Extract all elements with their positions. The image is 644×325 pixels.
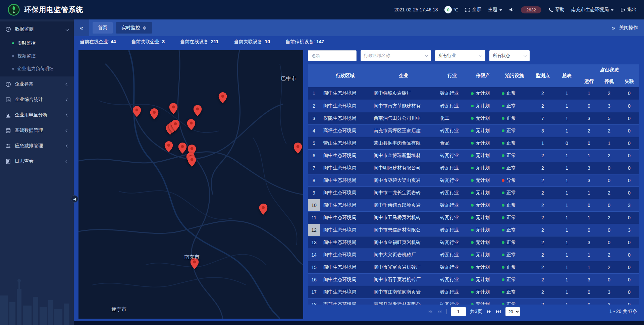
sliders-icon [5, 143, 11, 149]
map-pin[interactable] [187, 119, 195, 130]
table-row[interactable]: 10阆中生态环境局阆中千佛镇五郎垭页岩砖瓦行业无计划正常21003 [308, 199, 639, 211]
sidebar-item[interactable]: 视频监控 [0, 50, 74, 62]
map-pin[interactable] [219, 92, 227, 103]
column-header-meter: 总表 [555, 64, 579, 87]
status-dot [502, 142, 504, 145]
table-row[interactable]: 16阆中生态环境局阆中市石子页岩机砖厂砖瓦行业无计划正常21300 [308, 273, 639, 286]
sidebar-item[interactable]: 实时监控 [0, 37, 74, 50]
table-row[interactable]: 6阆中生态环境局阆中市金博瑞新型墙材砖瓦行业无计划正常21120 [308, 149, 639, 162]
map[interactable]: 巴中市南充市遂宁市 [78, 50, 303, 319]
page-number-input[interactable] [451, 307, 466, 316]
status-filter-select[interactable]: 所有状态 [489, 50, 530, 61]
close-operations-button[interactable]: 关闭操作 [619, 25, 638, 31]
column-header-company: 企业 [370, 64, 437, 87]
sidebar-group[interactable]: 数据监测 [0, 21, 74, 37]
status-dot [471, 229, 474, 231]
stat-item: 当前在线设备:211 [180, 39, 218, 45]
table-row[interactable]: 13阆中生态环境局阆中市金福旺页岩机砖砖瓦行业无计划正常21300 [308, 236, 639, 249]
table-row[interactable]: 15阆中生态环境局阆中市光富页岩机砖厂砖瓦行业无计划正常21120 [308, 261, 639, 273]
table-row[interactable]: 11阆中生态环境局阆中市五马桥页岩机砖砖瓦行业无计划正常21120 [308, 211, 639, 224]
status-dot [502, 266, 504, 269]
table-row[interactable]: 17阆中生态环境局阆中市江南镇阆南页岩砖瓦行业无计划正常21030 [308, 286, 639, 298]
fullscreen-button[interactable]: 全屏 [465, 7, 481, 13]
first-page-button[interactable] [427, 310, 433, 314]
map-pin[interactable] [171, 120, 179, 131]
column-header-monitor: 监测点 [531, 64, 555, 87]
org-dropdown[interactable]: 南充市生态环境局 [571, 7, 613, 13]
tab[interactable]: 首页 [93, 22, 113, 34]
map-pin[interactable] [293, 143, 302, 154]
sidebar-group[interactable]: 企业用电量分析 [0, 107, 74, 123]
table-row[interactable]: 3仪陇生态环境局西南油气田分公司川中化工无计划正常71350 [308, 112, 639, 124]
map-pin[interactable] [165, 141, 173, 152]
page-size-select[interactable]: 20 [505, 307, 520, 316]
tabs-scroll-right-button[interactable]: » [611, 24, 615, 32]
map-pin[interactable] [194, 105, 202, 116]
column-header-region: 行政区域 [320, 64, 370, 87]
table-row[interactable]: 7阆中生态环境局阆中明阳建材有限公司砖瓦行业无计划正常21300 [308, 162, 639, 174]
table-row[interactable]: 18南部生态环境局南部县兴发建材有限公砖瓦行业无计划正常21030 [308, 298, 639, 305]
map-city-label: 南充市 [184, 254, 200, 260]
table-body: 1阆中生态环境局阆中强锐页岩砖厂砖瓦行业无计划正常211202阆中生态环境局阆中… [308, 87, 639, 305]
sidebar: 数据监测实时监控视频监控企业电力负荷明细企业异常企业综合统计企业用电量分析基础数… [0, 19, 74, 325]
chevron-icon [66, 129, 69, 132]
chevron-icon [66, 113, 69, 117]
sidebar-group[interactable]: 基础数据管理 [0, 123, 74, 138]
sidebar-group[interactable]: 企业异常 [0, 76, 74, 92]
help-button[interactable]: 帮助 [548, 7, 565, 13]
notification-count-badge[interactable]: 2632 [521, 6, 541, 13]
tabs-scroll-left-button[interactable]: « [74, 19, 89, 36]
sound-button[interactable] [509, 7, 514, 12]
status-dot [502, 192, 504, 194]
table-row[interactable]: 12阆中生态环境局阆中市忠信建材有限公砖瓦行业无计划正常21003 [308, 224, 639, 236]
app-header: 环保用电监管系统 2021-02-25 17:46:18 0 ℃ 全屏 主题 2… [0, 0, 644, 19]
tab[interactable]: 实时监控⊗ [116, 22, 152, 34]
table-row[interactable]: 5营山生态环境局营山县润丰肉食品有限食品无计划正常10010 [308, 137, 639, 149]
sidebar-group[interactable]: 日志查看 [0, 154, 74, 169]
map-pin[interactable] [178, 143, 187, 154]
company-panel: 行政区域名称 所有行业 所有状态 [308, 50, 639, 319]
sidebar-item[interactable]: 企业电力负荷明细 [0, 62, 74, 75]
table-row[interactable]: 9阆中生态环境局阆中市二龙长宝页岩砖砖瓦行业无计划正常21120 [308, 186, 639, 199]
map-collapse-button[interactable]: ◀ [71, 195, 78, 203]
database-icon [5, 127, 11, 133]
status-dot [502, 167, 504, 169]
industry-filter-select[interactable]: 所有行业 [435, 50, 485, 61]
app-title: 环保用电监管系统 [24, 5, 83, 14]
tab-bar: « 首页实时监控⊗ » 关闭操作 [74, 19, 644, 36]
chevron-down-icon [479, 53, 483, 57]
table-row[interactable]: 8阆中生态环境局阆中市枣碧大梁山页岩砖瓦行业无计划异常21300 [308, 174, 639, 186]
table-row[interactable]: 1阆中生态环境局阆中强锐页岩砖厂砖瓦行业无计划正常21120 [308, 87, 639, 100]
chevron-down-icon [611, 9, 613, 11]
status-dot [471, 192, 474, 194]
map-pin[interactable] [188, 156, 196, 167]
table-row[interactable]: 2阆中生态环境局阆中市南方节能建材有砖瓦行业无计划正常21030 [308, 100, 639, 112]
table-row[interactable]: 4高坪生态环境局南充市高坪区王家店建砖瓦行业无计划正常31220 [308, 124, 639, 137]
sidebar-group[interactable]: 应急减排管理 [0, 138, 74, 154]
sidebar-group-label: 企业异常 [15, 81, 34, 87]
status-dot [471, 154, 474, 157]
theme-dropdown[interactable]: 主题 [488, 7, 502, 13]
status-dot [471, 241, 474, 244]
map-pin[interactable] [169, 103, 177, 114]
logout-button[interactable]: 退出 [620, 7, 637, 13]
content-area: 巴中市南充市遂宁市 行政区域名称 所有行业 所有状态 [74, 48, 644, 321]
status-dot [502, 229, 504, 231]
table-row[interactable]: 14阆中生态环境局阆中大兴页岩机砖厂砖瓦行业无计划正常21120 [308, 249, 639, 261]
name-filter-input[interactable] [308, 50, 357, 61]
sidebar-group-label: 企业用电量分析 [15, 112, 48, 118]
last-page-button[interactable] [496, 310, 501, 314]
map-pin[interactable] [150, 108, 159, 119]
sidebar-group[interactable]: 企业综合统计 [0, 92, 74, 107]
status-dot [471, 204, 474, 207]
app-logo-icon [7, 3, 20, 16]
close-tab-icon[interactable]: ⊗ [143, 25, 147, 31]
map-pin[interactable] [259, 204, 268, 215]
status-dot [502, 241, 504, 244]
map-pin[interactable] [133, 106, 141, 117]
sidebar-group-label: 日志查看 [15, 158, 34, 164]
region-filter-select[interactable]: 行政区域名称 [361, 50, 431, 61]
status-dot [502, 154, 504, 157]
prev-page-button[interactable] [437, 310, 442, 314]
next-page-button[interactable] [486, 310, 491, 314]
